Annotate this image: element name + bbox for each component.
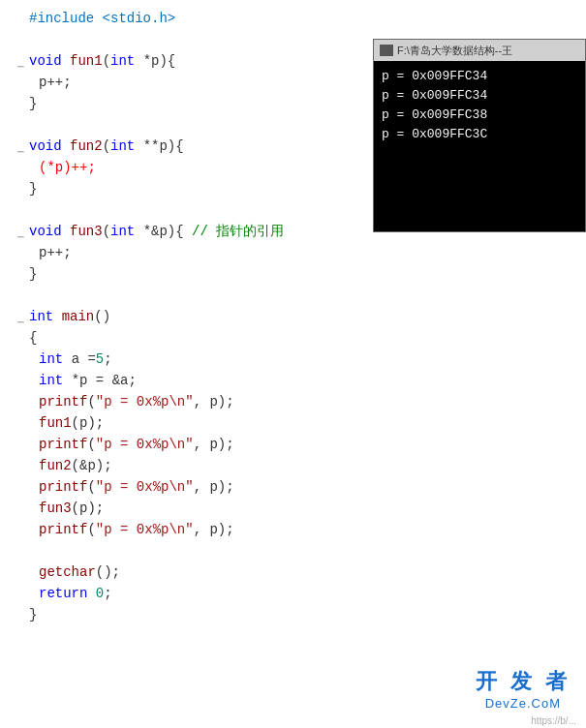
line-blank5: [10, 540, 586, 561]
line-fun3-body: p++;: [10, 242, 586, 263]
preprocessor-include: #include <stdio.h>: [29, 8, 175, 29]
watermark-cn: 开 发 者: [476, 667, 571, 696]
fold-spacer: [14, 13, 27, 26]
url-text: https://b/...: [531, 715, 576, 726]
line-main-fun1call: fun1(p);: [10, 412, 586, 434]
line-main-p: int *p = &a;: [10, 370, 586, 391]
line-include: #include <stdio.h>: [10, 8, 586, 29]
line-main-a: int a = 5;: [10, 349, 586, 370]
line-main-open: {: [10, 327, 586, 349]
comment-fun3: // 指针的引用: [192, 221, 284, 242]
terminal-body: p = 0x009FFC34 p = 0x009FFC34 p = 0x009F…: [374, 61, 585, 231]
fold-fun2[interactable]: ⎯: [14, 140, 27, 154]
line-main-sig: ⎯ int main(): [10, 306, 586, 327]
kw-void-fun3: void: [29, 221, 62, 242]
kw-int-main: int: [29, 306, 53, 327]
line-fun3-close: }: [10, 263, 586, 285]
fold-spacer2: [14, 98, 27, 111]
terminal-line-2: p = 0x009FFC34: [382, 86, 577, 106]
line-main-printf2: printf("p = 0x%p\n", p);: [10, 434, 586, 455]
line-main-fun2call: fun2(&p);: [10, 455, 586, 476]
terminal-titlebar: F:\青岛大学数据结构--王: [374, 40, 585, 61]
kw-void-fun1: void: [29, 50, 62, 72]
kw-void-fun2: void: [29, 136, 62, 157]
fn-fun1: fun1: [70, 50, 103, 72]
terminal-line-3: p = 0x009FFC38: [382, 106, 577, 125]
terminal-title: F:\青岛大学数据结构--王: [397, 44, 512, 58]
line-blank4: [10, 285, 586, 306]
line-main-close: }: [10, 604, 586, 625]
terminal-icon: [380, 45, 393, 56]
code-editor: #include <stdio.h> ⎯ void fun1(int *p){ …: [0, 0, 586, 728]
line-main-printf3: printf("p = 0x%p\n", p);: [10, 476, 586, 498]
line-main-fun3call: fun3(p);: [10, 498, 586, 519]
watermark-en: DevZe.CoM: [476, 696, 571, 711]
fold-spacer5: [14, 332, 27, 346]
fold-spacer3: [14, 183, 27, 197]
line-main-printf1: printf("p = 0x%p\n", p);: [10, 391, 586, 412]
fold-spacer6: [14, 609, 27, 622]
fn-fun2: fun2: [70, 136, 103, 157]
fn-fun3: fun3: [70, 221, 103, 242]
line-main-getchar: getchar();: [10, 561, 586, 583]
line-main-return: return 0;: [10, 583, 586, 604]
fn-main: main: [62, 306, 95, 327]
line-main-printf4: printf("p = 0x%p\n", p);: [10, 519, 586, 540]
op-deref: (*p)++;: [39, 157, 96, 178]
terminal-line-1: p = 0x009FFC34: [382, 67, 577, 86]
watermark: 开 发 者 DevZe.CoM: [476, 667, 571, 711]
fold-main[interactable]: ⎯: [14, 311, 27, 324]
fold-spacer4: [14, 268, 27, 282]
terminal-line-4: p = 0x009FFC3C: [382, 125, 577, 144]
terminal-window: F:\青岛大学数据结构--王 p = 0x009FFC34 p = 0x009F…: [373, 39, 586, 232]
fold-fun3[interactable]: ⎯: [14, 226, 27, 239]
fold-fun1[interactable]: ⎯: [14, 55, 27, 69]
